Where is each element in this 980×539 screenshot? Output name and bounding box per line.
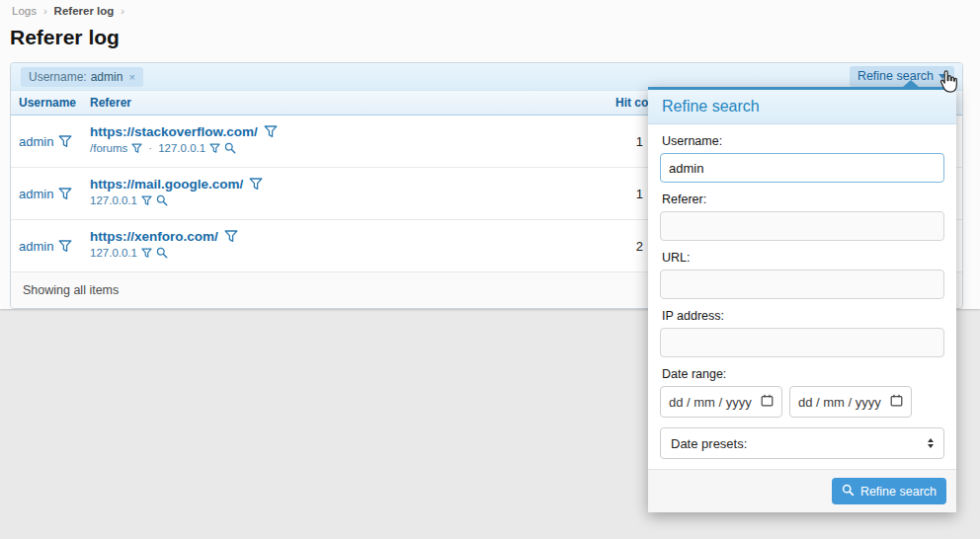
hit-count-cell: 1 — [598, 168, 643, 220]
calendar-icon[interactable] — [761, 394, 774, 410]
referer-field[interactable] — [660, 211, 944, 241]
filter-badge-field: Username: — [29, 67, 87, 87]
hit-count-cell: 2 — [598, 220, 643, 272]
username-cell: admin — [19, 168, 72, 220]
breadcrumb-separator: › — [121, 5, 124, 17]
date-start-placeholder: dd / mm / yyyy — [669, 395, 752, 410]
referer-cell: https://mail.google.com/ 127.0.0.1 — [90, 177, 263, 206]
username-filter-badge[interactable]: Username: admin × — [21, 67, 143, 87]
filter-icon[interactable] — [224, 230, 238, 243]
chevron-down-icon — [939, 74, 946, 79]
ip-link[interactable]: 127.0.0.1 — [90, 247, 137, 259]
filter-icon[interactable] — [249, 178, 263, 191]
filter-icon[interactable] — [141, 195, 152, 206]
popup-footer: Refine search — [648, 469, 956, 512]
url-field-label: URL: — [662, 251, 942, 265]
date-range-label: Date range: — [662, 367, 942, 381]
referer-cell: https://stackoverflow.com/ /forums · 127… — [90, 124, 278, 154]
popup-body: Username: Referer: URL: IP address: Date… — [648, 124, 956, 469]
filter-icon[interactable] — [209, 143, 220, 154]
username-link[interactable]: admin — [19, 239, 53, 254]
column-header-username[interactable]: Username — [19, 91, 76, 116]
lookup-ip-icon[interactable] — [156, 247, 168, 259]
filter-icon[interactable] — [58, 240, 72, 253]
lookup-ip-icon[interactable] — [156, 194, 168, 206]
popup-caret — [903, 80, 919, 87]
popup-title: Refine search — [648, 90, 956, 124]
breadcrumb-separator: › — [43, 5, 47, 17]
filter-icon[interactable] — [58, 188, 72, 200]
date-end-placeholder: dd / mm / yyyy — [798, 395, 881, 410]
page-title: Referer log — [10, 26, 120, 49]
username-field[interactable] — [660, 153, 944, 183]
referer-path-link[interactable]: /forums — [90, 142, 127, 154]
date-range-row: dd / mm / yyyy dd / mm / yyyy — [660, 386, 944, 418]
referer-link[interactable]: https://xenforo.com/ — [90, 229, 218, 244]
breadcrumb-logs[interactable]: Logs — [12, 5, 37, 17]
popup-top-accent — [648, 87, 956, 90]
calendar-icon[interactable] — [890, 394, 903, 410]
hit-count-cell: 1 — [598, 116, 643, 168]
refine-toggle-label: Refine search — [858, 66, 934, 87]
username-cell: admin — [19, 116, 72, 168]
date-presets-selected-value: Date presets: — [671, 436, 747, 451]
lookup-ip-icon[interactable] — [224, 142, 236, 154]
ip-link[interactable]: 127.0.0.1 — [90, 194, 137, 206]
select-updown-icon — [928, 438, 934, 448]
date-end-field[interactable]: dd / mm / yyyy — [789, 386, 912, 418]
filter-icon[interactable] — [58, 135, 72, 148]
submit-button-label: Refine search — [860, 485, 937, 499]
referer-cell: https://xenforo.com/ 127.0.0.1 — [90, 229, 238, 259]
breadcrumb-referer-log[interactable]: Referer log — [54, 5, 115, 17]
separator-dot: · — [148, 142, 152, 154]
username-cell: admin — [19, 220, 72, 272]
filter-icon[interactable] — [131, 143, 142, 154]
username-link[interactable]: admin — [19, 187, 53, 201]
date-start-field[interactable]: dd / mm / yyyy — [660, 386, 782, 418]
filter-icon[interactable] — [264, 125, 278, 138]
url-field[interactable] — [660, 270, 944, 299]
search-icon — [842, 484, 855, 500]
ip-link[interactable]: 127.0.0.1 — [158, 142, 205, 154]
refine-search-submit-button[interactable]: Refine search — [832, 478, 946, 504]
refine-search-popup: Refine search Username: Referer: URL: IP… — [648, 87, 956, 512]
filter-icon[interactable] — [141, 248, 152, 259]
date-presets-select[interactable]: Date presets: — [660, 427, 944, 459]
username-link[interactable]: admin — [19, 134, 53, 149]
column-header-referer[interactable]: Referer — [90, 91, 131, 116]
refine-search-toggle[interactable]: Refine search — [850, 66, 954, 87]
filter-badge-value: admin — [91, 67, 123, 87]
referer-link[interactable]: https://stackoverflow.com/ — [90, 124, 258, 139]
remove-filter-icon[interactable]: × — [128, 67, 134, 87]
username-field-label: Username: — [662, 134, 942, 148]
breadcrumb: Logs › Referer log › — [12, 5, 131, 17]
referer-field-label: Referer: — [662, 192, 942, 206]
ip-address-field[interactable] — [660, 328, 944, 357]
ip-field-label: IP address: — [662, 309, 942, 323]
referer-link[interactable]: https://mail.google.com/ — [90, 177, 243, 192]
